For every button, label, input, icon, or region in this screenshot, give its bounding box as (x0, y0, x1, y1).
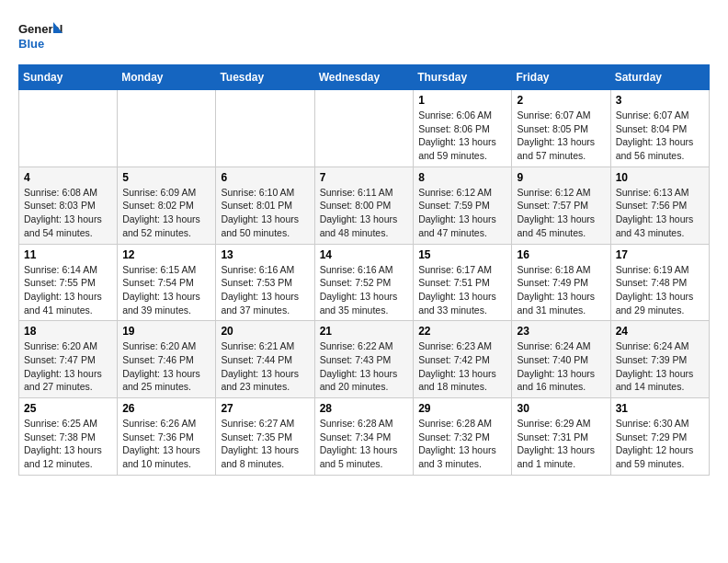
day-number: 3 (616, 94, 704, 107)
day-number: 14 (320, 248, 409, 261)
day-info: Sunrise: 6:21 AM Sunset: 7:44 PM Dayligh… (221, 339, 309, 394)
day-number: 16 (517, 248, 605, 261)
calendar-cell: 8Sunrise: 6:12 AM Sunset: 7:59 PM Daylig… (414, 167, 512, 244)
calendar-header-row: SundayMondayTuesdayWednesdayThursdayFrid… (19, 65, 710, 90)
calendar-week-row: 18Sunrise: 6:20 AM Sunset: 7:47 PM Dayli… (19, 321, 710, 398)
calendar-cell: 1Sunrise: 6:06 AM Sunset: 8:06 PM Daylig… (414, 90, 512, 167)
calendar-cell: 28Sunrise: 6:28 AM Sunset: 7:34 PM Dayli… (314, 398, 414, 476)
calendar-cell: 25Sunrise: 6:25 AM Sunset: 7:38 PM Dayli… (19, 398, 118, 476)
calendar-cell: 24Sunrise: 6:24 AM Sunset: 7:39 PM Dayli… (610, 321, 709, 398)
day-number: 21 (320, 325, 409, 338)
calendar-cell: 16Sunrise: 6:18 AM Sunset: 7:49 PM Dayli… (512, 244, 610, 321)
day-info: Sunrise: 6:28 AM Sunset: 7:34 PM Dayligh… (320, 417, 409, 471)
weekday-header: Saturday (610, 65, 709, 90)
logo-icon: GeneralBlue (18, 18, 64, 55)
day-info: Sunrise: 6:30 AM Sunset: 7:29 PM Dayligh… (616, 417, 704, 471)
day-number: 30 (517, 402, 605, 415)
calendar-cell: 7Sunrise: 6:11 AM Sunset: 8:00 PM Daylig… (314, 167, 414, 244)
day-info: Sunrise: 6:06 AM Sunset: 8:06 PM Dayligh… (418, 109, 506, 163)
day-number: 18 (24, 325, 112, 338)
day-number: 27 (221, 402, 309, 415)
day-info: Sunrise: 6:23 AM Sunset: 7:42 PM Dayligh… (418, 339, 506, 394)
day-info: Sunrise: 6:20 AM Sunset: 7:47 PM Dayligh… (24, 339, 112, 394)
calendar-cell: 5Sunrise: 6:09 AM Sunset: 8:02 PM Daylig… (118, 167, 216, 244)
calendar-cell: 9Sunrise: 6:12 AM Sunset: 7:57 PM Daylig… (512, 167, 610, 244)
day-info: Sunrise: 6:11 AM Sunset: 8:00 PM Dayligh… (320, 186, 409, 240)
day-info: Sunrise: 6:16 AM Sunset: 7:53 PM Dayligh… (221, 263, 309, 317)
calendar-cell: 12Sunrise: 6:15 AM Sunset: 7:54 PM Dayli… (118, 244, 216, 321)
day-info: Sunrise: 6:14 AM Sunset: 7:55 PM Dayligh… (24, 263, 112, 317)
day-number: 29 (418, 402, 506, 415)
calendar-cell: 29Sunrise: 6:28 AM Sunset: 7:32 PM Dayli… (414, 398, 512, 476)
calendar-cell (118, 90, 216, 167)
day-number: 1 (418, 94, 506, 107)
calendar-cell: 14Sunrise: 6:16 AM Sunset: 7:52 PM Dayli… (314, 244, 414, 321)
day-info: Sunrise: 6:07 AM Sunset: 8:04 PM Dayligh… (616, 109, 704, 163)
day-info: Sunrise: 6:20 AM Sunset: 7:46 PM Dayligh… (122, 339, 210, 394)
calendar-cell (314, 90, 414, 167)
calendar-cell: 17Sunrise: 6:19 AM Sunset: 7:48 PM Dayli… (610, 244, 709, 321)
day-number: 2 (517, 94, 605, 107)
day-number: 25 (24, 402, 112, 415)
calendar-table: SundayMondayTuesdayWednesdayThursdayFrid… (18, 64, 710, 476)
day-number: 26 (122, 402, 210, 415)
day-info: Sunrise: 6:10 AM Sunset: 8:01 PM Dayligh… (221, 186, 309, 240)
day-info: Sunrise: 6:09 AM Sunset: 8:02 PM Dayligh… (122, 186, 210, 240)
day-number: 4 (24, 171, 112, 184)
calendar-week-row: 4Sunrise: 6:08 AM Sunset: 8:03 PM Daylig… (19, 167, 710, 244)
calendar-cell: 4Sunrise: 6:08 AM Sunset: 8:03 PM Daylig… (19, 167, 118, 244)
weekday-header: Monday (118, 65, 216, 90)
calendar-cell: 15Sunrise: 6:17 AM Sunset: 7:51 PM Dayli… (414, 244, 512, 321)
calendar-cell: 18Sunrise: 6:20 AM Sunset: 7:47 PM Dayli… (19, 321, 118, 398)
day-number: 13 (221, 248, 309, 261)
calendar-cell: 23Sunrise: 6:24 AM Sunset: 7:40 PM Dayli… (512, 321, 610, 398)
calendar-week-row: 25Sunrise: 6:25 AM Sunset: 7:38 PM Dayli… (19, 398, 710, 476)
logo: GeneralBlue (18, 18, 64, 55)
day-number: 15 (418, 248, 506, 261)
calendar-cell: 10Sunrise: 6:13 AM Sunset: 7:56 PM Dayli… (610, 167, 709, 244)
calendar-cell: 30Sunrise: 6:29 AM Sunset: 7:31 PM Dayli… (512, 398, 610, 476)
day-number: 10 (616, 171, 704, 184)
calendar-cell (19, 90, 118, 167)
day-info: Sunrise: 6:24 AM Sunset: 7:39 PM Dayligh… (616, 339, 704, 394)
calendar-cell: 20Sunrise: 6:21 AM Sunset: 7:44 PM Dayli… (216, 321, 314, 398)
day-number: 28 (320, 402, 409, 415)
weekday-header: Tuesday (216, 65, 314, 90)
day-number: 6 (221, 171, 309, 184)
day-info: Sunrise: 6:17 AM Sunset: 7:51 PM Dayligh… (418, 263, 506, 317)
calendar-cell: 31Sunrise: 6:30 AM Sunset: 7:29 PM Dayli… (610, 398, 709, 476)
day-number: 20 (221, 325, 309, 338)
calendar-cell: 27Sunrise: 6:27 AM Sunset: 7:35 PM Dayli… (216, 398, 314, 476)
day-info: Sunrise: 6:08 AM Sunset: 8:03 PM Dayligh… (24, 186, 112, 240)
page-header: GeneralBlue (18, 18, 710, 55)
day-number: 12 (122, 248, 210, 261)
day-number: 7 (320, 171, 409, 184)
calendar-cell: 19Sunrise: 6:20 AM Sunset: 7:46 PM Dayli… (118, 321, 216, 398)
weekday-header: Thursday (414, 65, 512, 90)
day-info: Sunrise: 6:19 AM Sunset: 7:48 PM Dayligh… (616, 263, 704, 317)
calendar-cell: 26Sunrise: 6:26 AM Sunset: 7:36 PM Dayli… (118, 398, 216, 476)
day-info: Sunrise: 6:07 AM Sunset: 8:05 PM Dayligh… (517, 109, 605, 163)
day-number: 9 (517, 171, 605, 184)
day-info: Sunrise: 6:12 AM Sunset: 7:59 PM Dayligh… (418, 186, 506, 240)
day-info: Sunrise: 6:18 AM Sunset: 7:49 PM Dayligh… (517, 263, 605, 317)
weekday-header: Sunday (19, 65, 118, 90)
day-number: 31 (616, 402, 704, 415)
weekday-header: Wednesday (314, 65, 414, 90)
calendar-week-row: 1Sunrise: 6:06 AM Sunset: 8:06 PM Daylig… (19, 90, 710, 167)
day-number: 5 (122, 171, 210, 184)
calendar-week-row: 11Sunrise: 6:14 AM Sunset: 7:55 PM Dayli… (19, 244, 710, 321)
day-number: 19 (122, 325, 210, 338)
calendar-cell: 22Sunrise: 6:23 AM Sunset: 7:42 PM Dayli… (414, 321, 512, 398)
day-info: Sunrise: 6:13 AM Sunset: 7:56 PM Dayligh… (616, 186, 704, 240)
day-info: Sunrise: 6:28 AM Sunset: 7:32 PM Dayligh… (418, 417, 506, 471)
day-number: 23 (517, 325, 605, 338)
day-number: 24 (616, 325, 704, 338)
day-info: Sunrise: 6:29 AM Sunset: 7:31 PM Dayligh… (517, 417, 605, 471)
day-number: 11 (24, 248, 112, 261)
calendar-cell: 21Sunrise: 6:22 AM Sunset: 7:43 PM Dayli… (314, 321, 414, 398)
day-number: 22 (418, 325, 506, 338)
weekday-header: Friday (512, 65, 610, 90)
day-number: 8 (418, 171, 506, 184)
day-info: Sunrise: 6:25 AM Sunset: 7:38 PM Dayligh… (24, 417, 112, 471)
